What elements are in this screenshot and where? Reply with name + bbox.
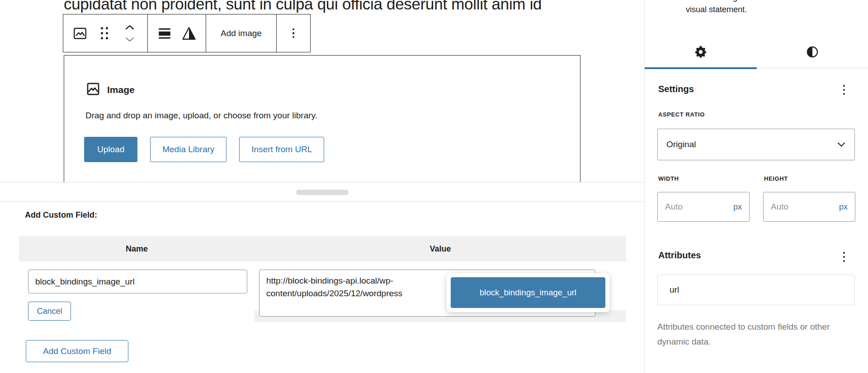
width-input[interactable] — [665, 202, 715, 212]
settings-options-button[interactable] — [836, 81, 852, 98]
placeholder-buttons: Upload Media Library Insert from URL — [84, 137, 324, 162]
options-button[interactable] — [283, 20, 304, 47]
block-toolbar: Add image — [63, 14, 311, 52]
attribute-item-url[interactable]: url — [657, 275, 855, 305]
drag-handle-icon — [101, 27, 108, 39]
settings-heading: Settings — [658, 84, 694, 94]
options-icon — [843, 252, 845, 254]
toolbar-segment-format — [148, 14, 206, 52]
placeholder-title: Image — [107, 84, 135, 95]
custom-field-name-input[interactable] — [28, 270, 247, 294]
placeholder-header: Image — [85, 81, 135, 98]
attributes-help-text: Attributes connected to custom fields or… — [657, 319, 857, 349]
toolbar-segment-block — [63, 14, 148, 52]
options-icon — [843, 85, 845, 87]
drag-handle[interactable] — [94, 20, 115, 47]
move-up-icon — [124, 24, 135, 30]
placeholder-description: Drag and drop an image, upload, or choos… — [85, 111, 317, 121]
options-icon — [292, 28, 295, 38]
align-button[interactable] — [154, 20, 175, 47]
add-image-button[interactable]: Add image — [212, 20, 270, 47]
sidebar-tabs — [645, 35, 868, 70]
aspect-ratio-value: Original — [666, 140, 696, 149]
height-input[interactable] — [771, 202, 821, 212]
aspect-ratio-select[interactable]: Original — [657, 129, 855, 160]
custom-fields-table-header: Name Value — [19, 236, 626, 261]
panel-resize-handle[interactable] — [296, 190, 349, 195]
move-down-button[interactable] — [119, 34, 140, 46]
height-field: px — [763, 192, 855, 222]
styles-icon — [806, 46, 819, 60]
add-custom-field-button[interactable]: Add Custom Field — [26, 340, 128, 362]
custom-fields-title: Add Custom Field: — [25, 210, 97, 220]
wordpress-block-editor: cupidatat non proident, sunt in culpa qu… — [0, 0, 868, 373]
chevron-down-icon — [837, 140, 846, 149]
height-unit[interactable]: px — [839, 202, 848, 212]
tab-styles[interactable] — [757, 35, 868, 70]
cancel-button[interactable]: Cancel — [28, 302, 71, 321]
panel-divider — [0, 201, 644, 202]
gear-icon — [694, 45, 708, 60]
toolbar-segment-options — [277, 14, 310, 52]
attributes-options-button[interactable] — [836, 248, 852, 266]
align-icon — [157, 26, 172, 41]
duotone-filter-icon — [181, 26, 197, 41]
insert-from-url-button[interactable]: Insert from URL — [239, 137, 324, 162]
autocomplete-popup: block_bindings_image_url — [447, 273, 609, 312]
tab-settings[interactable] — [645, 35, 757, 70]
duotone-filter-button[interactable] — [179, 20, 199, 47]
move-up-button[interactable] — [119, 21, 140, 33]
image-block-placeholder[interactable]: Image Drag and drop an image, upload, or… — [64, 55, 580, 182]
active-tab-indicator — [645, 67, 757, 69]
attribute-item-label: url — [670, 285, 679, 295]
autocomplete-suggestion[interactable]: block_bindings_image_url — [451, 277, 605, 308]
value-column-header: Value — [255, 236, 626, 261]
image-icon — [85, 81, 101, 98]
height-label: HEIGHT — [764, 175, 788, 182]
media-library-button[interactable]: Media Library — [150, 137, 226, 162]
width-unit[interactable]: px — [733, 202, 742, 212]
paragraph-text[interactable]: cupidatat non proident, sunt in culpa qu… — [64, 0, 542, 13]
attributes-heading: Attributes — [658, 250, 701, 261]
upload-button[interactable]: Upload — [84, 137, 137, 162]
block-movers — [118, 21, 141, 46]
block-description: Insert an image to make a visual stateme… — [686, 0, 790, 16]
name-column-header: Name — [19, 236, 255, 261]
image-block-button[interactable] — [70, 20, 90, 47]
toolbar-segment-add-image: Add image — [206, 14, 277, 52]
settings-sidebar: Insert an image to make a visual stateme… — [644, 0, 868, 373]
move-down-icon — [124, 37, 135, 43]
width-label: WIDTH — [658, 175, 679, 182]
aspect-ratio-label: ASPECT RATIO — [658, 111, 705, 118]
image-block-icon — [72, 25, 88, 42]
custom-fields-panel: Add Custom Field: Name Value http://bloc… — [0, 182, 644, 373]
width-field: px — [657, 192, 750, 222]
